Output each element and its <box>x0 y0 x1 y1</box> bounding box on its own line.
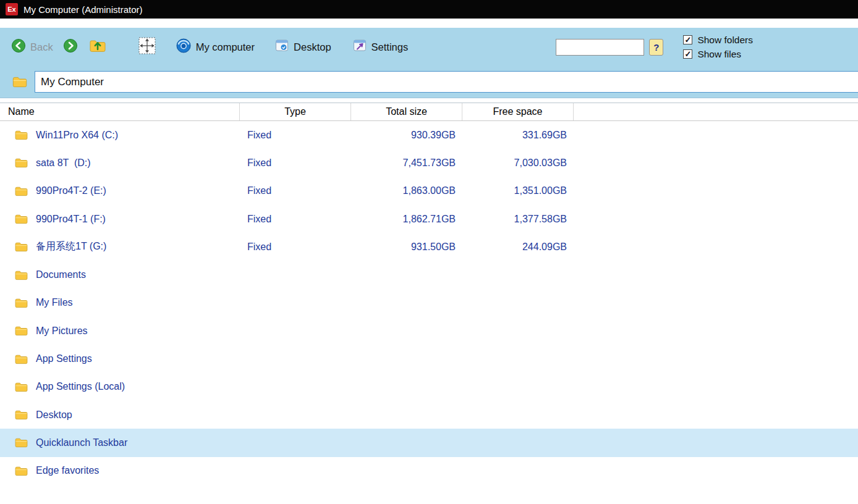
item-total-size: 931.50GB <box>350 242 462 253</box>
item-name: App Settings (Local) <box>36 381 125 392</box>
show-folders-label: Show folders <box>697 35 753 46</box>
column-header-total-size[interactable]: Total size <box>350 103 462 120</box>
item-free-space: 1,351.00GB <box>462 185 573 196</box>
column-header-type[interactable]: Type <box>239 103 350 120</box>
item-type: Fixed <box>239 185 350 196</box>
folder-icon <box>15 326 28 336</box>
filter-checkboxes: ✓ Show folders ✓ Show files <box>683 35 753 60</box>
folder-icon <box>15 298 28 308</box>
up-folder-icon <box>89 38 106 56</box>
menu-strip <box>0 19 858 28</box>
explorer-window: Ex My Computer (Administrator) Back <box>0 0 858 504</box>
forward-button[interactable] <box>63 38 78 56</box>
folder-icon <box>15 382 28 392</box>
my-computer-label: My computer <box>196 41 255 53</box>
list-item[interactable]: Desktop <box>0 401 858 429</box>
settings-icon <box>352 38 367 56</box>
list-item[interactable]: My Pictures <box>0 317 858 345</box>
my-computer-button[interactable]: My computer <box>176 38 255 56</box>
item-name: My Files <box>36 297 73 308</box>
item-name: sata 8T (D:) <box>36 158 91 169</box>
list-item[interactable]: App Settings <box>0 345 858 372</box>
folder-icon <box>15 437 28 448</box>
list-item[interactable]: Edge favorites <box>0 457 858 485</box>
folder-icon <box>15 242 28 252</box>
item-free-space: 244.09GB <box>462 242 573 253</box>
show-files-checkbox[interactable]: ✓ Show files <box>683 49 753 60</box>
item-total-size: 930.39GB <box>350 130 462 141</box>
item-type: Fixed <box>239 242 350 253</box>
settings-button[interactable]: Settings <box>352 38 409 56</box>
item-free-space: 331.69GB <box>462 130 573 141</box>
item-name: 990Pro4T-1 (F:) <box>36 214 106 225</box>
list-item[interactable]: Win11Pro X64 (C:) Fixed 930.39GB 331.69G… <box>0 121 858 149</box>
item-free-space: 1,377.58GB <box>462 214 573 225</box>
address-input[interactable] <box>35 71 858 93</box>
item-type: Fixed <box>239 158 350 169</box>
back-icon <box>11 38 26 56</box>
folder-icon <box>15 158 28 168</box>
item-name: Quicklaunch Taskbar <box>36 437 127 448</box>
folder-icon <box>15 270 28 280</box>
item-type: Fixed <box>239 130 350 141</box>
back-button[interactable]: Back <box>11 38 53 56</box>
item-name: App Settings <box>36 353 92 364</box>
item-type: Fixed <box>239 214 350 225</box>
list-item[interactable]: App Settings (Local) <box>0 373 858 401</box>
up-button[interactable] <box>89 38 106 56</box>
column-header-empty <box>573 103 858 120</box>
list-item[interactable]: 990Pro4T-1 (F:) Fixed 1,862.71GB 1,377.5… <box>0 205 858 233</box>
folder-icon <box>15 410 28 420</box>
column-header-free-space[interactable]: Free space <box>462 103 573 120</box>
desktop-button[interactable]: Desktop <box>274 38 331 56</box>
file-list-body: Win11Pro X64 (C:) Fixed 930.39GB 331.69G… <box>0 121 858 485</box>
move-grid-icon <box>137 36 157 57</box>
my-computer-icon <box>176 38 192 56</box>
item-name: Edge favorites <box>36 465 99 476</box>
checkbox-checked-icon: ✓ <box>683 35 692 44</box>
item-name: 备用系统1T (G:) <box>36 240 106 253</box>
list-item[interactable]: 990Pro4T-2 (E:) Fixed 1,863.00GB 1,351.0… <box>0 177 858 205</box>
item-total-size: 1,862.71GB <box>350 214 462 225</box>
list-item[interactable]: 备用系统1T (G:) Fixed 931.50GB 244.09GB <box>0 233 858 261</box>
forward-icon <box>63 38 78 56</box>
app-icon: Ex <box>6 3 18 15</box>
item-name: Desktop <box>36 410 72 421</box>
desktop-icon <box>274 38 289 56</box>
folder-icon <box>15 354 28 364</box>
address-bar <box>0 66 858 98</box>
move-grid-button[interactable] <box>137 36 157 57</box>
folder-icon <box>15 130 28 140</box>
settings-label: Settings <box>372 41 409 53</box>
folder-icon <box>15 186 28 196</box>
folder-icon <box>15 466 28 476</box>
file-list-header: Name Type Total size Free space <box>0 103 858 121</box>
item-total-size: 1,863.00GB <box>350 185 462 196</box>
search-input[interactable] <box>556 39 644 56</box>
show-folders-checkbox[interactable]: ✓ Show folders <box>683 35 753 46</box>
item-free-space: 7,030.03GB <box>462 158 573 169</box>
checkbox-checked-icon: ✓ <box>683 49 692 59</box>
item-total-size: 7,451.73GB <box>350 158 462 169</box>
item-name: Win11Pro X64 (C:) <box>36 130 118 141</box>
window-title: My Computer (Administrator) <box>23 4 143 15</box>
list-item[interactable]: My Files <box>0 289 858 317</box>
search-area: ? <box>556 39 663 56</box>
show-files-label: Show files <box>697 49 741 60</box>
column-header-name[interactable]: Name <box>0 103 239 120</box>
list-item[interactable]: Quicklaunch Taskbar <box>0 429 858 456</box>
help-button[interactable]: ? <box>649 39 663 56</box>
item-name: Documents <box>36 269 86 280</box>
title-bar: Ex My Computer (Administrator) <box>0 0 858 19</box>
toolbar-separator <box>0 98 858 103</box>
folder-icon <box>15 214 28 224</box>
list-item[interactable]: Documents <box>0 261 858 288</box>
back-label: Back <box>30 41 53 53</box>
list-item[interactable]: sata 8T (D:) Fixed 7,451.73GB 7,030.03GB <box>0 149 858 177</box>
address-folder-icon <box>12 76 27 88</box>
toolbar: Back <box>0 28 858 66</box>
desktop-label: Desktop <box>294 41 331 53</box>
item-name: My Pictures <box>36 326 88 337</box>
item-name: 990Pro4T-2 (E:) <box>36 185 106 196</box>
